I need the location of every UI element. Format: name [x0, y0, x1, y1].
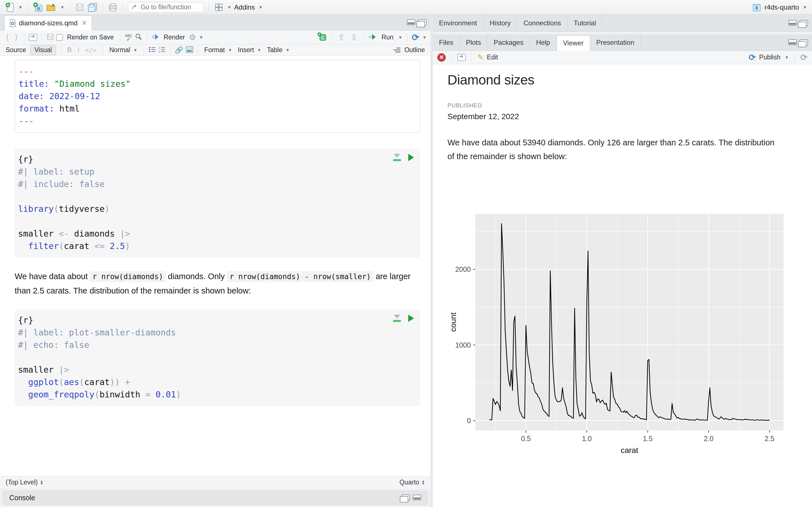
- clear-viewer-icon[interactable]: ✕: [437, 53, 446, 62]
- console-pane-header[interactable]: Console: [3, 491, 428, 505]
- run-button[interactable]: Run: [380, 33, 395, 43]
- run-caret[interactable]: ▼: [398, 35, 402, 40]
- code-line[interactable]: ---: [18, 65, 419, 78]
- addins-caret[interactable]: ▼: [259, 5, 263, 10]
- minimize-pane-icon[interactable]: [407, 19, 415, 25]
- go-prev-section-icon[interactable]: ⇧: [336, 33, 347, 43]
- outline-toggle[interactable]: Outline: [403, 45, 426, 55]
- table-menu[interactable]: Table▼: [265, 45, 292, 55]
- publish-button[interactable]: Publish: [759, 52, 780, 62]
- forward-icon[interactable]: ⟩: [13, 33, 20, 43]
- code-line[interactable]: #| label: setup: [18, 166, 420, 178]
- viewer-open-in-new-window-icon[interactable]: [457, 54, 466, 61]
- open-in-new-window-icon[interactable]: [29, 34, 37, 41]
- code-line[interactable]: filter(carat <= 2.5): [18, 240, 420, 252]
- project-selector[interactable]: R r4ds-quarto ▼: [752, 3, 807, 12]
- format-menu[interactable]: Format▼: [203, 45, 234, 55]
- code-line[interactable]: library(tidyverse): [18, 203, 420, 215]
- tab-presentation[interactable]: Presentation: [590, 34, 641, 50]
- inline-code[interactable]: r nrow(diamonds) - nrow(smaller): [227, 271, 373, 282]
- code-line[interactable]: title: "Diamond sizes": [18, 78, 419, 90]
- render-settings-caret[interactable]: ▼: [199, 35, 203, 40]
- italic-icon[interactable]: I: [76, 45, 81, 55]
- image-icon[interactable]: [186, 46, 193, 54]
- addins-button[interactable]: Addins: [234, 3, 255, 11]
- bullet-list-icon[interactable]: [149, 46, 156, 54]
- tab-plots[interactable]: Plots: [460, 34, 488, 50]
- render-button[interactable]: Render: [162, 33, 186, 43]
- tab-history[interactable]: History: [484, 15, 517, 31]
- code-line[interactable]: ggplot(aes(carat)) +: [18, 376, 420, 388]
- run-chunk-icon[interactable]: [408, 315, 414, 322]
- inline-code[interactable]: r nrow(diamonds): [90, 271, 165, 282]
- code-line[interactable]: [18, 351, 420, 363]
- tab-viewer[interactable]: Viewer: [557, 36, 590, 51]
- doc-type-selector[interactable]: Quarto ▲▼: [400, 478, 425, 486]
- code-line[interactable]: {r}: [18, 153, 420, 166]
- run-chunk-icon[interactable]: [408, 154, 414, 161]
- goto-file-function-input[interactable]: [141, 3, 197, 11]
- new-file-menu-caret[interactable]: ▼: [18, 5, 22, 10]
- find-replace-icon[interactable]: [135, 33, 142, 42]
- code-line[interactable]: #| label: plot-smaller-diamonds: [18, 327, 420, 339]
- console-maximize-icon[interactable]: [413, 495, 421, 500]
- code-line[interactable]: smaller <- diamonds |>: [18, 228, 420, 240]
- viewer-refresh-icon[interactable]: ⟳: [801, 52, 808, 62]
- spellcheck-icon[interactable]: ABC✓: [125, 34, 133, 41]
- code-chunk-setup[interactable]: {r}#| label: setup#| include: false libr…: [15, 149, 420, 258]
- yaml-metadata-block[interactable]: ---title: "Diamond sizes"date: 2022-09-1…: [15, 60, 420, 133]
- rerun-source-icon[interactable]: ⟳: [412, 32, 419, 43]
- source-mode-button[interactable]: Source: [4, 45, 28, 55]
- render-settings-gear-icon[interactable]: ⚙: [189, 33, 196, 42]
- run-chunks-above-icon[interactable]: [393, 315, 401, 322]
- outline-location-selector[interactable]: (Top Level) ▲▼: [6, 478, 43, 486]
- print-icon[interactable]: [108, 2, 117, 13]
- code-format-icon[interactable]: </>: [83, 45, 98, 55]
- rerun-caret[interactable]: ▼: [422, 35, 426, 40]
- paragraph-style-select[interactable]: Normal ▼: [108, 45, 139, 55]
- maximize-pane-icon[interactable]: [418, 19, 426, 25]
- save-doc-icon[interactable]: [47, 33, 54, 42]
- prose-text[interactable]: diamonds. Only: [166, 272, 227, 281]
- save-icon[interactable]: [75, 2, 85, 13]
- viewer-maximize-icon[interactable]: [800, 40, 808, 46]
- link-icon[interactable]: 🔗: [175, 46, 183, 54]
- pane-divider[interactable]: [430, 15, 433, 507]
- prose-text[interactable]: We have data about: [15, 272, 90, 281]
- insert-menu[interactable]: Insert▼: [236, 45, 263, 55]
- back-icon[interactable]: ⟨: [4, 33, 11, 43]
- prose-paragraph[interactable]: We have data about r nrow(diamonds) diam…: [15, 269, 426, 298]
- code-line[interactable]: date: 2022-09-12: [18, 90, 419, 103]
- env-maximize-icon[interactable]: [800, 20, 808, 26]
- publish-caret[interactable]: ▼: [784, 55, 789, 60]
- goto-file-function-box[interactable]: [128, 2, 204, 12]
- code-line[interactable]: #| echo: false: [18, 339, 420, 351]
- tab-help[interactable]: Help: [530, 34, 556, 50]
- tab-environment[interactable]: Environment: [433, 15, 484, 31]
- viewer-minimize-icon[interactable]: [788, 40, 797, 45]
- code-line[interactable]: geom_freqpoly(binwidth = 0.01): [18, 388, 420, 401]
- code-chunk-plot[interactable]: {r}#| label: plot-smaller-diamonds#| ech…: [15, 309, 420, 406]
- code-line[interactable]: format: html: [18, 103, 419, 115]
- code-line[interactable]: {r}: [18, 314, 420, 327]
- save-all-icon[interactable]: [87, 2, 98, 13]
- visual-mode-button[interactable]: Visual: [30, 45, 56, 55]
- pane-layout-caret[interactable]: ▼: [227, 5, 232, 10]
- pane-layout-icon[interactable]: [214, 2, 223, 13]
- open-recent-caret[interactable]: ▼: [60, 5, 64, 10]
- new-project-icon[interactable]: R: [33, 2, 43, 13]
- code-line[interactable]: [18, 215, 420, 228]
- bold-icon[interactable]: B: [65, 45, 73, 55]
- code-line[interactable]: [18, 190, 420, 203]
- new-file-icon[interactable]: [5, 2, 15, 13]
- close-tab-icon[interactable]: ✕: [82, 19, 87, 27]
- edit-button[interactable]: Edit: [487, 52, 498, 62]
- open-file-icon[interactable]: [46, 2, 57, 13]
- tab-connections[interactable]: Connections: [517, 15, 567, 31]
- tab-tutorial[interactable]: Tutorial: [567, 15, 603, 31]
- insert-chunk-icon[interactable]: C: [317, 33, 327, 43]
- code-line[interactable]: ---: [18, 115, 419, 127]
- code-line[interactable]: #| include: false: [18, 178, 420, 190]
- visual-editor-canvas[interactable]: ---title: "Diamond sizes"date: 2022-09-1…: [0, 56, 430, 476]
- env-minimize-icon[interactable]: [788, 20, 797, 25]
